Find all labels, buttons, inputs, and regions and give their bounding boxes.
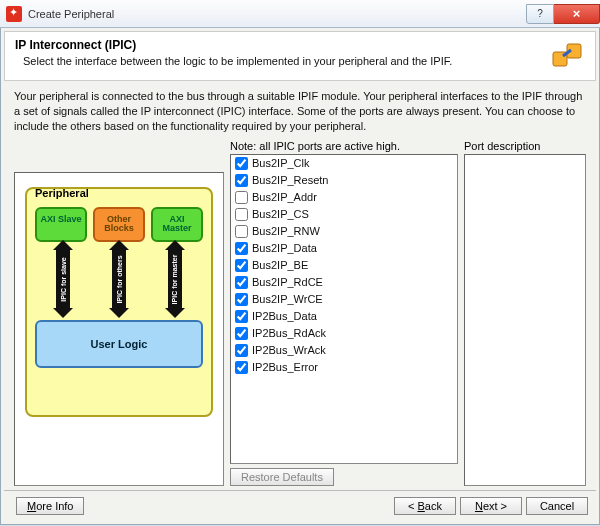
next-button[interactable]: Next > xyxy=(460,497,522,515)
block-user-logic: User Logic xyxy=(35,320,203,368)
port-checkbox[interactable] xyxy=(235,157,248,170)
cancel-button[interactable]: Cancel xyxy=(526,497,588,515)
port-label: Bus2IP_RNW xyxy=(252,225,320,237)
port-checkbox[interactable] xyxy=(235,259,248,272)
window-controls: ? × xyxy=(526,4,600,24)
diagram-panel: Peripheral AXI Slave Other Blocks AXI Ma… xyxy=(14,172,224,486)
port-label: Bus2IP_Clk xyxy=(252,157,309,169)
port-checkbox[interactable] xyxy=(235,242,248,255)
port-item[interactable]: Bus2IP_RdCE xyxy=(231,274,457,291)
wizard-header: IP Interconnect (IPIC) Select the interf… xyxy=(4,31,596,81)
port-label: Bus2IP_WrCE xyxy=(252,293,323,305)
port-checkbox[interactable] xyxy=(235,225,248,238)
block-other: Other Blocks xyxy=(93,207,145,243)
port-item[interactable]: IP2Bus_WrAck xyxy=(231,342,457,359)
port-label: Bus2IP_Addr xyxy=(252,191,317,203)
window-title: Create Peripheral xyxy=(28,8,526,20)
block-axi-slave: AXI Slave xyxy=(35,207,87,243)
arrow-other: IPIC for others xyxy=(109,248,129,310)
port-checkbox[interactable] xyxy=(235,276,248,289)
port-checkbox[interactable] xyxy=(235,327,248,340)
arrow-slave: IPIC for slave xyxy=(53,248,73,310)
peripheral-diagram: Peripheral AXI Slave Other Blocks AXI Ma… xyxy=(25,187,213,417)
port-label: Bus2IP_RdCE xyxy=(252,276,323,288)
back-button[interactable]: < Back xyxy=(394,497,456,515)
port-item[interactable]: Bus2IP_BE xyxy=(231,257,457,274)
port-item[interactable]: Bus2IP_CS xyxy=(231,206,457,223)
more-info-button[interactable]: More Info xyxy=(16,497,84,515)
port-checkbox[interactable] xyxy=(235,310,248,323)
port-checkbox[interactable] xyxy=(235,191,248,204)
port-checkbox[interactable] xyxy=(235,361,248,374)
description-text: Your peripheral is connected to the bus … xyxy=(14,89,586,134)
port-checkbox[interactable] xyxy=(235,174,248,187)
port-label: Bus2IP_CS xyxy=(252,208,309,220)
port-item[interactable]: IP2Bus_Data xyxy=(231,308,457,325)
ipic-icon xyxy=(549,38,585,74)
port-item[interactable]: Bus2IP_Clk xyxy=(231,155,457,172)
port-label: Bus2IP_Data xyxy=(252,242,317,254)
app-icon xyxy=(6,6,22,22)
help-button[interactable]: ? xyxy=(526,4,554,24)
ports-list-panel: Bus2IP_ClkBus2IP_ResetnBus2IP_AddrBus2IP… xyxy=(230,154,458,464)
wizard-footer: More Info < Back Next > Cancel xyxy=(4,490,596,521)
port-label: IP2Bus_RdAck xyxy=(252,327,326,339)
port-item[interactable]: Bus2IP_Data xyxy=(231,240,457,257)
port-checkbox[interactable] xyxy=(235,293,248,306)
port-checkbox[interactable] xyxy=(235,208,248,221)
restore-defaults-button[interactable]: Restore Defaults xyxy=(230,468,334,486)
content-area: Your peripheral is connected to the bus … xyxy=(4,81,596,490)
arrow-master: IPIC for master xyxy=(165,248,185,310)
port-label: Bus2IP_Resetn xyxy=(252,174,328,186)
port-checkbox[interactable] xyxy=(235,344,248,357)
ports-note: Note: all IPIC ports are active high. xyxy=(230,140,458,152)
diagram-title: Peripheral xyxy=(35,187,89,199)
port-label: IP2Bus_Data xyxy=(252,310,317,322)
port-label: IP2Bus_WrAck xyxy=(252,344,326,356)
port-label: IP2Bus_Error xyxy=(252,361,318,373)
port-item[interactable]: Bus2IP_Addr xyxy=(231,189,457,206)
titlebar: Create Peripheral ? × xyxy=(0,0,600,28)
port-item[interactable]: IP2Bus_RdAck xyxy=(231,325,457,342)
port-item[interactable]: Bus2IP_WrCE xyxy=(231,291,457,308)
window-body: IP Interconnect (IPIC) Select the interf… xyxy=(0,28,600,525)
port-label: Bus2IP_BE xyxy=(252,259,308,271)
page-subtitle: Select the interface between the logic t… xyxy=(15,54,541,69)
port-item[interactable]: Bus2IP_Resetn xyxy=(231,172,457,189)
ports-list[interactable]: Bus2IP_ClkBus2IP_ResetnBus2IP_AddrBus2IP… xyxy=(231,155,457,463)
port-item[interactable]: Bus2IP_RNW xyxy=(231,223,457,240)
port-desc-label: Port description xyxy=(464,140,586,152)
close-button[interactable]: × xyxy=(554,4,600,24)
page-title: IP Interconnect (IPIC) xyxy=(15,38,541,52)
port-desc-panel xyxy=(464,154,586,486)
block-axi-master: AXI Master xyxy=(151,207,203,243)
port-item[interactable]: IP2Bus_Error xyxy=(231,359,457,376)
diagram-spacer xyxy=(14,140,224,152)
